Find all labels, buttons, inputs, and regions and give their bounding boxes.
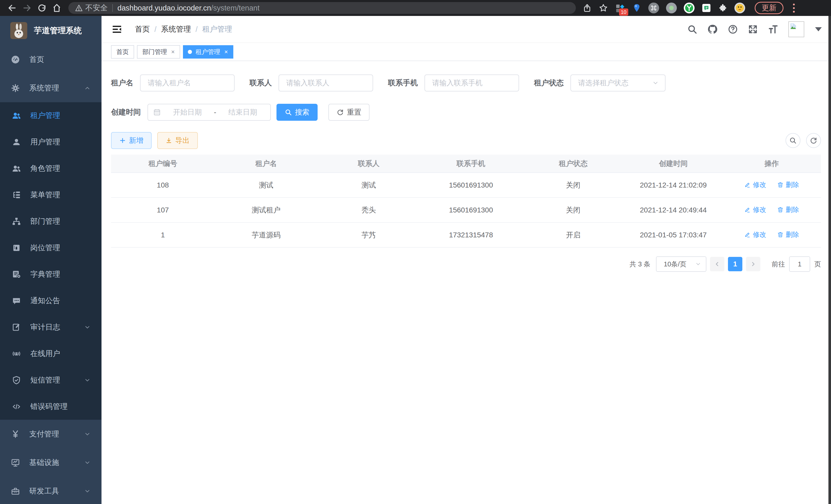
address-separator — [112, 4, 113, 12]
toolbox-icon — [11, 486, 20, 496]
prev-page-button[interactable] — [710, 257, 724, 271]
extension-badge: 10 — [619, 8, 628, 16]
app-logo-row[interactable]: 芋道管理系统 — [0, 16, 102, 45]
sidebar-item-menu[interactable]: 菜单管理 — [0, 182, 102, 208]
reset-button[interactable]: 重置 — [328, 104, 370, 121]
export-button[interactable]: 导出 — [157, 132, 198, 149]
extension-pin-icon[interactable] — [632, 3, 641, 12]
breadcrumb-separator: / — [196, 25, 198, 34]
search-button[interactable]: 搜索 — [277, 104, 318, 121]
sidebar-item-infra[interactable]: 基础设施 — [0, 448, 102, 477]
extensions-puzzle-icon[interactable] — [718, 3, 727, 12]
sidebar-item-role[interactable]: 角色管理 — [0, 155, 102, 182]
breadcrumb-home[interactable]: 首页 — [135, 24, 150, 34]
sidebar-item-post[interactable]: 岗位管理 — [0, 235, 102, 261]
help-icon[interactable] — [728, 24, 738, 34]
breadcrumb-separator: / — [154, 25, 156, 34]
sidebar-item-label: 支付管理 — [29, 429, 59, 439]
edit-link[interactable]: 修改 — [744, 180, 766, 189]
tab-tenant[interactable]: 租户管理 × — [183, 45, 233, 59]
sidebar-item-dev-tools[interactable]: 研发工具 — [0, 477, 102, 504]
extension-yudao-icon[interactable] — [684, 3, 694, 13]
sidebar-fold-icon[interactable] — [111, 23, 123, 35]
sidebar-item-label: 首页 — [29, 55, 44, 65]
extension-tango-icon[interactable]: 10 — [615, 3, 625, 13]
goto-page-input[interactable] — [789, 256, 810, 272]
address-bar[interactable]: 不安全 dashboard.yudao.iocoder.cn/system/te… — [68, 2, 576, 14]
extension-green-dot-icon[interactable] — [666, 3, 677, 13]
edit-link[interactable]: 修改 — [744, 230, 766, 239]
home-icon[interactable] — [49, 1, 64, 14]
chrome-update-button[interactable]: 更新 — [755, 2, 783, 14]
chevron-down-icon — [695, 261, 701, 267]
sidebar-item-sms[interactable]: 短信管理 — [0, 367, 102, 393]
sidebar-item-label: 在线用户 — [30, 349, 60, 359]
sidebar-item-system[interactable]: 系统管理 — [0, 74, 102, 102]
sidebar-item-error-code[interactable]: 错误码管理 — [0, 393, 102, 420]
sidebar-item-audit-log[interactable]: 审计日志 — [0, 314, 102, 340]
sidebar-item-user[interactable]: 用户管理 — [0, 129, 102, 155]
chevron-down-icon — [84, 488, 91, 495]
current-page-button[interactable]: 1 — [728, 257, 742, 271]
sidebar-item-tenant[interactable]: 租户管理 — [0, 102, 102, 129]
org-chart-icon — [12, 217, 21, 226]
header-search-icon[interactable] — [687, 24, 697, 34]
tab-close-icon[interactable]: × — [171, 48, 175, 56]
share-icon[interactable] — [582, 3, 592, 12]
reload-icon[interactable] — [34, 1, 49, 14]
browser-menu-icon[interactable] — [792, 3, 796, 13]
tenant-name-input[interactable] — [140, 75, 235, 91]
sidebar-item-pay[interactable]: 支付管理 — [0, 420, 102, 448]
forward-icon[interactable] — [20, 1, 34, 14]
breadcrumb: 首页 / 系统管理 / 租户管理 — [135, 24, 232, 34]
delete-link[interactable]: 删除 — [777, 230, 799, 239]
bookmark-star-icon[interactable] — [599, 3, 608, 12]
tab-close-icon[interactable]: × — [224, 48, 228, 56]
date-range-picker[interactable]: 开始日期 - 结束日期 — [147, 104, 271, 121]
trash-icon — [777, 206, 784, 213]
edit-link[interactable]: 修改 — [744, 205, 766, 214]
profile-avatar-icon[interactable] — [735, 3, 745, 13]
extension-command-icon[interactable] — [648, 3, 659, 13]
table-row: 107 测试租户 秃头 15601691300 关闭 2021-12-14 20… — [111, 198, 821, 223]
download-icon — [166, 137, 172, 144]
back-icon[interactable] — [5, 1, 20, 14]
show-search-icon-button[interactable] — [785, 133, 800, 148]
sidebar-item-dept[interactable]: 部门管理 — [0, 208, 102, 235]
avatar[interactable] — [789, 21, 804, 37]
not-secure-warning[interactable]: 不安全 — [75, 3, 108, 13]
date-range-separator: - — [214, 108, 216, 116]
sidebar-item-online-user[interactable]: 在线用户 — [0, 340, 102, 367]
tab-home[interactable]: 首页 — [111, 45, 134, 59]
extension-chat-icon[interactable] — [701, 3, 711, 13]
sidebar-item-label: 字典管理 — [30, 269, 60, 279]
delete-link[interactable]: 删除 — [777, 180, 799, 189]
table-row: 108 测试 测试 15601691300 关闭 2021-12-14 21:0… — [111, 173, 821, 198]
dashboard-icon — [11, 55, 20, 64]
add-button[interactable]: 新增 — [111, 132, 152, 149]
mobile-label: 联系手机 — [388, 78, 418, 88]
sidebar-item-home[interactable]: 首页 — [0, 45, 102, 74]
trash-icon — [777, 181, 784, 188]
delete-link[interactable]: 删除 — [777, 205, 799, 214]
mobile-input[interactable] — [425, 75, 519, 91]
github-icon[interactable] — [707, 24, 718, 35]
tab-dept[interactable]: 部门管理 × — [137, 45, 180, 59]
avatar-caret-icon[interactable] — [815, 27, 822, 31]
breadcrumb-current: 租户管理 — [202, 24, 232, 34]
breadcrumb-system[interactable]: 系统管理 — [161, 24, 191, 34]
sidebar-item-label: 用户管理 — [30, 137, 60, 147]
search-icon — [789, 137, 797, 144]
sidebar-item-dict[interactable]: 字典管理 — [0, 261, 102, 288]
status-select[interactable]: 请选择租户状态 — [570, 75, 665, 91]
col-contact: 联系人 — [318, 155, 420, 173]
font-size-icon[interactable] — [768, 24, 779, 35]
fullscreen-icon[interactable] — [748, 24, 758, 34]
window-scrollbar-track[interactable] — [828, 16, 831, 504]
refresh-table-button[interactable] — [806, 133, 821, 148]
contact-input[interactable] — [279, 75, 373, 91]
sidebar-item-notice[interactable]: 通知公告 — [0, 288, 102, 314]
page-size-select[interactable]: 10条/页 — [656, 256, 706, 272]
audit-log-icon — [12, 323, 21, 332]
next-page-button[interactable] — [746, 257, 760, 271]
